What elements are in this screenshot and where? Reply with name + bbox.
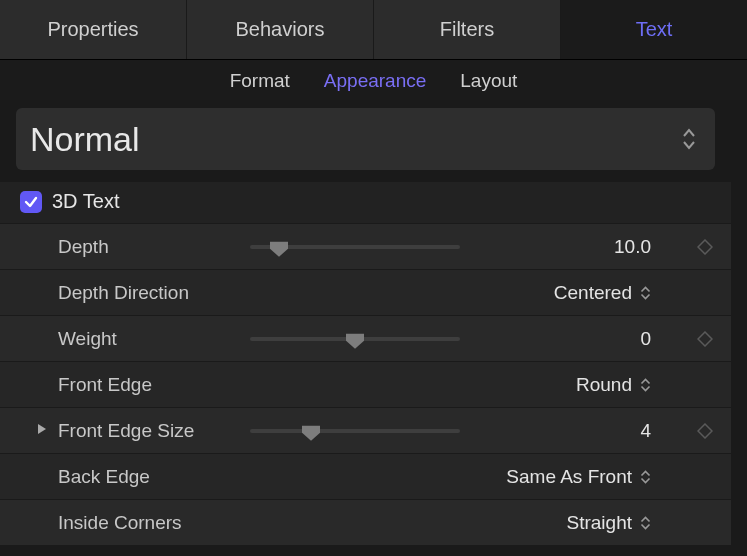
depth-direction-value[interactable]: Centered — [554, 282, 632, 304]
param-label: Back Edge — [58, 466, 250, 488]
section-3d-text: 3D Text — [0, 182, 731, 223]
chevron-up-down-icon[interactable] — [640, 286, 651, 300]
scrollbar[interactable] — [733, 108, 745, 545]
param-label: Depth — [58, 236, 250, 258]
param-label: Inside Corners — [58, 512, 250, 534]
param-label: Depth Direction — [58, 282, 250, 304]
param-row-front-edge-size: Front Edge Size 4 — [0, 407, 731, 453]
keyframe-icon[interactable] — [697, 239, 713, 255]
checkbox-3d-text[interactable] — [20, 191, 42, 213]
param-label: Front Edge — [58, 374, 250, 396]
front-edge-size-slider[interactable] — [250, 429, 460, 433]
depth-value[interactable]: 10.0 — [614, 236, 651, 258]
disclosure-triangle-icon[interactable] — [36, 422, 48, 440]
tab-filters[interactable]: Filters — [374, 0, 561, 59]
subtab-format[interactable]: Format — [230, 70, 290, 92]
preset-popup[interactable]: Normal — [16, 108, 715, 170]
subtab-appearance[interactable]: Appearance — [324, 70, 426, 92]
chevron-up-down-icon[interactable] — [640, 516, 651, 530]
param-row-depth: Depth 10.0 — [0, 223, 731, 269]
text-subtab-bar: Format Appearance Layout — [0, 60, 747, 100]
back-edge-value[interactable]: Same As Front — [506, 466, 632, 488]
param-row-weight: Weight 0 — [0, 315, 731, 361]
weight-slider[interactable] — [250, 337, 460, 341]
param-row-back-edge: Back Edge Same As Front — [0, 453, 731, 499]
param-row-inside-corners: Inside Corners Straight — [0, 499, 731, 545]
keyframe-icon[interactable] — [697, 423, 713, 439]
param-row-depth-direction: Depth Direction Centered — [0, 269, 731, 315]
inside-corners-value[interactable]: Straight — [567, 512, 632, 534]
section-title: 3D Text — [52, 190, 119, 213]
inspector-tab-bar: Properties Behaviors Filters Text — [0, 0, 747, 60]
chevron-up-down-icon[interactable] — [640, 470, 651, 484]
keyframe-icon[interactable] — [697, 331, 713, 347]
weight-value[interactable]: 0 — [640, 328, 651, 350]
param-label: Front Edge Size — [58, 420, 250, 442]
front-edge-value[interactable]: Round — [576, 374, 632, 396]
subtab-layout[interactable]: Layout — [460, 70, 517, 92]
chevron-up-down-icon — [681, 128, 697, 150]
tab-properties[interactable]: Properties — [0, 0, 187, 59]
tab-behaviors[interactable]: Behaviors — [187, 0, 374, 59]
inspector-content: Normal 3D Text Depth 10.0 — [0, 108, 747, 545]
tab-text[interactable]: Text — [561, 0, 747, 59]
param-row-front-edge: Front Edge Round — [0, 361, 731, 407]
front-edge-size-value[interactable]: 4 — [640, 420, 651, 442]
chevron-up-down-icon[interactable] — [640, 378, 651, 392]
param-label: Weight — [58, 328, 250, 350]
preset-label: Normal — [30, 120, 140, 159]
depth-slider[interactable] — [250, 245, 460, 249]
